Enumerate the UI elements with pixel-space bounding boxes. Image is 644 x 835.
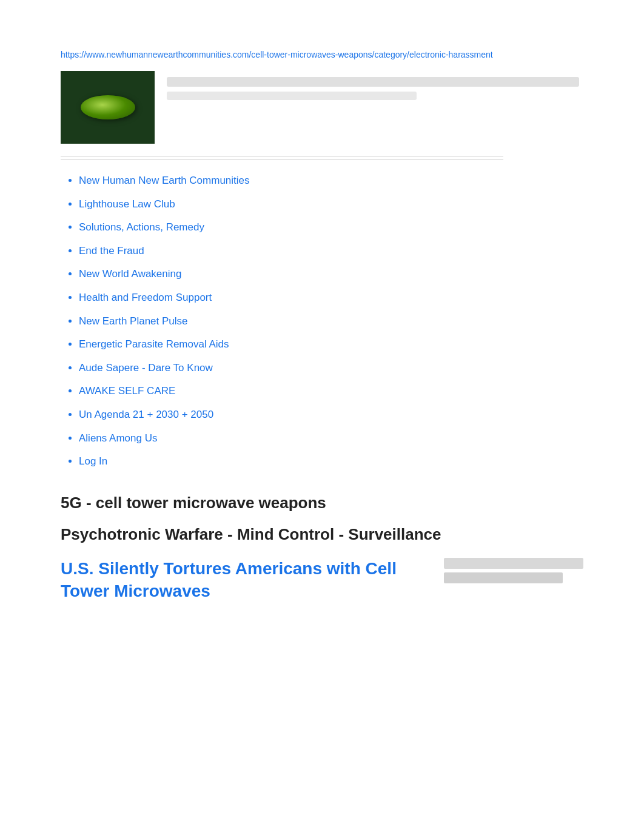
nav-link-end-fraud[interactable]: End the Fraud (79, 245, 144, 257)
logo-oval (81, 95, 135, 119)
article-title-link[interactable]: U.S. Silently Tortures Americans with Ce… (61, 558, 432, 602)
list-item: Lighthouse Law Club (79, 195, 583, 214)
list-item: Health and Freedom Support (79, 289, 583, 307)
nav-link-agenda[interactable]: Un Agenda 21 + 2030 + 2050 (79, 409, 213, 420)
nav-link-login[interactable]: Log In (79, 455, 107, 467)
url-bar: https://www.newhumannewearthcommunities.… (61, 49, 583, 61)
nav-link-lighthouse[interactable]: Lighthouse Law Club (79, 198, 175, 210)
header-blurred-bar-1 (167, 77, 579, 87)
article-image-placeholder (444, 558, 583, 583)
list-item: AWAKE SELF CARE (79, 382, 583, 401)
url-text: https://www.newhumannewearthcommunities.… (61, 50, 493, 59)
article-title-row: U.S. Silently Tortures Americans with Ce… (61, 558, 583, 602)
list-item: Solutions, Actions, Remedy (79, 218, 583, 237)
list-item: Aliens Among Us (79, 429, 583, 448)
list-item: New Human New Earth Communities (79, 172, 583, 190)
section-heading-5g: 5G - cell tower microwave weapons (61, 493, 583, 514)
nav-link-new-earth[interactable]: New Earth Planet Pulse (79, 315, 188, 327)
nav-link-solutions[interactable]: Solutions, Actions, Remedy (79, 221, 204, 233)
nav-link-health[interactable]: Health and Freedom Support (79, 292, 212, 303)
header-text-area (167, 71, 583, 100)
section-heading-psychotronic: Psychotronic Warfare - Mind Control - Su… (61, 525, 583, 545)
blurred-img-bar-2 (444, 572, 563, 583)
list-item: Energetic Parasite Removal Aids (79, 335, 583, 354)
nav-link-new-human[interactable]: New Human New Earth Communities (79, 175, 250, 186)
nav-link-energetic[interactable]: Energetic Parasite Removal Aids (79, 338, 229, 350)
list-item: New World Awakening (79, 265, 583, 284)
site-logo (61, 71, 155, 144)
nav-link-awake[interactable]: AWAKE SELF CARE (79, 385, 175, 397)
list-item: End the Fraud (79, 242, 583, 261)
nav-list: New Human New Earth Communities Lighthou… (61, 172, 583, 471)
nav-link-new-world[interactable]: New World Awakening (79, 268, 181, 280)
header-blurred-bar-2 (167, 92, 417, 100)
blurred-img-bar-1 (444, 558, 583, 569)
nav-link-aude[interactable]: Aude Sapere - Dare To Know (79, 362, 213, 374)
list-item: Log In (79, 452, 583, 471)
nav-link-aliens[interactable]: Aliens Among Us (79, 432, 157, 444)
page-wrapper: https://www.newhumannewearthcommunities.… (0, 0, 644, 639)
list-item: Un Agenda 21 + 2030 + 2050 (79, 406, 583, 424)
site-header (61, 71, 583, 144)
list-item: Aude Sapere - Dare To Know (79, 359, 583, 378)
divider-2 (61, 159, 503, 159)
list-item: New Earth Planet Pulse (79, 312, 583, 331)
divider-1 (61, 156, 503, 156)
